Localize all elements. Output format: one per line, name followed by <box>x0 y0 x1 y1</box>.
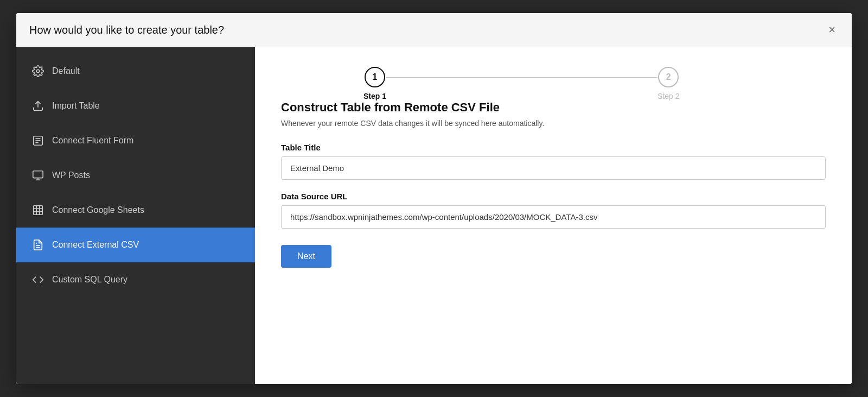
sidebar: Default Import Table Connect Fluent Form <box>16 47 255 384</box>
next-button[interactable]: Next <box>281 245 331 268</box>
svg-rect-9 <box>34 206 43 215</box>
gear-icon <box>31 65 44 78</box>
sidebar-item-import-table[interactable]: Import Table <box>16 89 255 123</box>
sidebar-item-posts-label: WP Posts <box>52 171 90 180</box>
modal-dialog: How would you like to create your table?… <box>16 13 852 384</box>
sidebar-item-sql-label: Custom SQL Query <box>52 275 127 285</box>
step-2-wrapper: 2 Step 2 <box>658 67 679 100</box>
sidebar-item-default[interactable]: Default <box>16 54 255 89</box>
sidebar-item-wp-posts[interactable]: WP Posts <box>16 158 255 193</box>
upload-icon <box>31 99 44 112</box>
data-source-label: Data Source URL <box>281 192 826 201</box>
form-icon <box>31 134 44 147</box>
modal-title: How would you like to create your table? <box>29 24 224 36</box>
step-1-label: Step 1 <box>363 92 386 100</box>
modal-close-button[interactable]: × <box>825 23 839 37</box>
code-icon <box>31 273 44 286</box>
svg-point-0 <box>36 70 40 73</box>
table-title-input[interactable] <box>281 156 826 180</box>
data-source-input[interactable] <box>281 205 826 229</box>
step-2-circle: 2 <box>658 67 679 87</box>
sidebar-item-sheets-label: Connect Google Sheets <box>52 205 144 215</box>
sidebar-item-import-label: Import Table <box>52 101 100 111</box>
main-content: 1 Step 1 2 Step 2 Construct Table from R… <box>255 47 852 384</box>
modal-body: Default Import Table Connect Fluent Form <box>16 47 852 384</box>
form-subtitle: Whenever your remote CSV data changes it… <box>281 119 826 128</box>
sidebar-item-default-label: Default <box>52 66 80 76</box>
data-source-group: Data Source URL <box>281 192 826 229</box>
posts-icon <box>31 169 44 182</box>
step-2-label: Step 2 <box>658 92 679 100</box>
modal-header: How would you like to create your table?… <box>16 13 852 47</box>
step-indicator: 1 Step 1 2 Step 2 <box>363 67 743 100</box>
table-title-group: Table Title <box>281 143 826 180</box>
svg-rect-6 <box>33 171 43 178</box>
doc-icon <box>31 238 44 251</box>
sidebar-item-external-csv[interactable]: Connect External CSV <box>16 228 255 262</box>
sidebar-item-fluent-form[interactable]: Connect Fluent Form <box>16 123 255 158</box>
step-1-circle: 1 <box>365 67 385 87</box>
sidebar-item-sql-query[interactable]: Custom SQL Query <box>16 262 255 297</box>
sidebar-item-google-sheets[interactable]: Connect Google Sheets <box>16 193 255 228</box>
step-1-wrapper: 1 Step 1 <box>363 67 386 100</box>
sidebar-item-fluent-label: Connect Fluent Form <box>52 136 133 146</box>
form-heading: Construct Table from Remote CSV File <box>281 100 826 115</box>
step-connector <box>386 77 658 78</box>
grid-icon <box>31 204 44 217</box>
sidebar-item-csv-label: Connect External CSV <box>52 240 139 250</box>
table-title-label: Table Title <box>281 143 826 152</box>
